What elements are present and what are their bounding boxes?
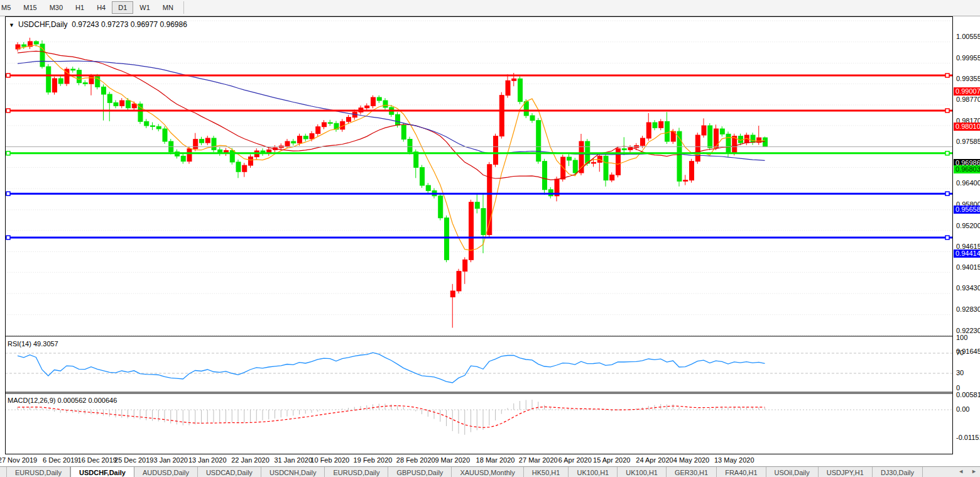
candle-body <box>708 126 712 148</box>
candle-body <box>212 138 216 150</box>
price-badge: 0.95658 <box>954 206 980 214</box>
chart-tab-gbpusd-daily[interactable]: GBPUSD,Daily <box>388 467 452 477</box>
chart-tab-usdchf-daily[interactable]: USDCHF,Daily <box>70 467 134 477</box>
candle-body <box>695 135 700 162</box>
price-axis[interactable]: 1.005550.999550.993550.987700.981700.975… <box>953 16 980 466</box>
macd-label: MACD(12,26,9) 0.000562 0.000646 <box>8 397 117 404</box>
candle-body <box>126 101 131 108</box>
candle-body <box>567 157 572 160</box>
candle-body <box>205 138 210 143</box>
rsi-value: 49.3057 <box>33 340 58 348</box>
chart-tab-audusd-daily[interactable]: AUDUSD,Daily <box>134 467 198 477</box>
candle-body <box>77 70 82 83</box>
candle-body <box>383 101 388 107</box>
price-axis-label: 0.99355 <box>956 75 980 83</box>
chart-canvas[interactable] <box>0 0 980 477</box>
time-axis-label: 15 Apr 2020 <box>593 456 630 464</box>
ohlc-low: 0.96977 <box>131 20 158 29</box>
candle-body <box>83 83 87 84</box>
candle-body <box>200 140 204 143</box>
macd-values: 0.000562 0.000646 <box>57 397 117 404</box>
line-handle <box>6 236 10 239</box>
candle-body <box>71 69 75 70</box>
chart-tab-usoil-daily[interactable]: USOil,Daily <box>766 467 819 477</box>
price-badge: 0.99007 <box>954 87 980 96</box>
time-axis-label: 22 Jan 2020 <box>231 456 270 464</box>
line-handle <box>945 151 949 155</box>
chart-tab-uk100-h1[interactable]: UK100,H1 <box>569 467 618 477</box>
candle-body <box>438 196 443 218</box>
candle-body <box>524 102 528 116</box>
candle-body <box>475 202 479 209</box>
ohlc-open: 0.97243 <box>72 20 99 29</box>
chart-tab-usdcad-daily[interactable]: USDCAD,Daily <box>198 467 261 477</box>
candle-body <box>487 165 492 235</box>
rsi-axis-label: 70 <box>956 349 964 357</box>
rsi-axis-label: 100 <box>956 334 967 342</box>
candle-body <box>463 260 467 271</box>
candle-body <box>316 127 320 134</box>
candle-body <box>34 41 38 44</box>
candle-body <box>445 218 449 260</box>
line-handle <box>945 74 949 77</box>
chart-tab-usdjpy-h1[interactable]: USDJPY,H1 <box>819 467 873 477</box>
time-axis-label: 27 Mar 2020 <box>519 456 558 464</box>
tab-scroll-right-icon[interactable]: ► <box>969 468 979 475</box>
symbol-dropdown-icon[interactable]: ▼ <box>9 22 14 28</box>
candle-body <box>481 209 486 235</box>
candle-body <box>328 123 332 123</box>
macd-axis-label: -0.01151 <box>956 434 980 442</box>
chart-tab-fra40-h1[interactable]: FRA40,H1 <box>717 467 766 477</box>
chart-tab-usdcnh-daily[interactable]: USDCNH,Daily <box>261 467 325 477</box>
candle-body <box>512 79 516 80</box>
tab-scroll-left-icon[interactable]: ◄ <box>956 468 966 475</box>
candle-body <box>683 180 688 182</box>
candle-body <box>469 202 474 260</box>
candle-body <box>53 79 57 92</box>
chart-tab-eurusd-daily[interactable]: EURUSD,Daily <box>325 467 388 477</box>
candle-body <box>751 135 755 143</box>
candle-body <box>377 97 381 101</box>
time-axis-label: 19 Feb 2020 <box>354 456 393 464</box>
chart-tab-uk100-h1[interactable]: UK100,H1 <box>618 467 667 477</box>
time-axis[interactable]: 27 Nov 20196 Dec 201916 Dec 201925 Dec 2… <box>0 454 980 466</box>
candle-body <box>249 157 253 165</box>
price-axis-label: 0.94015 <box>956 263 980 271</box>
rsi-label: RSI(14) 49.3057 <box>8 340 58 348</box>
chart-tab-dj30-daily[interactable]: DJ30,Daily <box>873 467 923 477</box>
candle-body <box>690 162 694 180</box>
chart-tab-bar: EURUSD,DailyUSDCHF,DailyAUDUSD,DailyUSDC… <box>0 466 980 477</box>
time-axis-label: 24 Apr 2020 <box>636 456 673 464</box>
tab-scroll-buttons: ◄ ► <box>956 468 979 475</box>
candle-body <box>426 185 430 190</box>
chart-tab-xauusd-monthly[interactable]: XAUUSD,Monthly <box>452 467 523 477</box>
trading-app-window: M5M15M30H1H4D1W1MN ▼USDCHF,Daily 0.97243… <box>0 0 980 477</box>
time-axis-label: 13 May 2020 <box>714 456 754 464</box>
line-handle <box>6 74 10 77</box>
candle-body <box>181 156 185 161</box>
candle-body <box>151 126 155 126</box>
candle-body <box>414 152 418 168</box>
candle-body <box>506 80 510 95</box>
candle-body <box>677 131 682 181</box>
time-axis-label: 27 Nov 2019 <box>0 456 37 464</box>
candle-body <box>396 114 400 125</box>
time-axis-label: 6 Apr 2020 <box>558 456 592 464</box>
time-axis-label: 4 May 2020 <box>673 456 709 464</box>
price-axis-label: 0.96400 <box>956 179 980 187</box>
candle-body <box>518 79 523 101</box>
time-axis-label: 3 Jan 2020 <box>154 456 188 464</box>
ohlc-high: 0.97273 <box>101 20 128 29</box>
time-axis-label: 31 Jan 2020 <box>274 456 312 464</box>
price-axis-label: 0.98770 <box>956 96 980 104</box>
candle-body <box>720 129 724 134</box>
line-handle <box>945 109 949 112</box>
candle-body <box>107 94 112 102</box>
chart-tab-eurusd-daily[interactable]: EURUSD,Daily <box>6 467 70 477</box>
candle-body <box>622 149 626 150</box>
symbol-name: USDCHF,Daily <box>18 20 68 29</box>
time-axis-label: 18 Mar 2020 <box>476 456 515 464</box>
chart-tab-ger30-h1[interactable]: GER30,H1 <box>667 467 717 477</box>
chart-tab-hk50-h1[interactable]: HK50,H1 <box>524 467 569 477</box>
candle-body <box>365 106 369 107</box>
